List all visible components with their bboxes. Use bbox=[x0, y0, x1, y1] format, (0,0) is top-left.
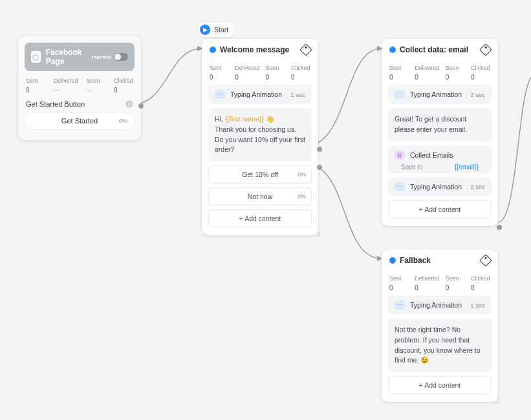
node-icon bbox=[210, 47, 216, 53]
collect-message-block[interactable]: Great! To get a discount please enter yo… bbox=[388, 108, 492, 142]
not-now-button[interactable]: Not now0% bbox=[208, 187, 312, 205]
add-content-button[interactable]: + Add content bbox=[388, 376, 492, 394]
collect-email-card[interactable]: Collect data: email Sent0 Delivered0 See… bbox=[382, 39, 498, 226]
get-started-section-label: Get Started Button i bbox=[26, 100, 133, 108]
connector-dot[interactable] bbox=[317, 147, 322, 152]
welcome-message-block[interactable]: Hi, {{first name}} 👋 Thank you for choos… bbox=[208, 108, 312, 162]
play-icon: ▶ bbox=[200, 25, 210, 35]
connector-dot[interactable] bbox=[317, 165, 322, 170]
welcome-stats: Sent0 Delivered0 Seen0 Clicked0 bbox=[210, 65, 310, 81]
info-icon[interactable]: i bbox=[125, 100, 133, 108]
get-10-off-button[interactable]: Get 10% off0% bbox=[208, 165, 312, 184]
collect-header: Collect data: email bbox=[388, 45, 492, 58]
add-content-button[interactable]: + Add content bbox=[388, 200, 492, 218]
typing-icon: ⋯ bbox=[395, 90, 405, 99]
typing-animation-block[interactable]: ⋯ Typing Animation 2 sec bbox=[388, 85, 492, 104]
tag-icon[interactable] bbox=[479, 254, 492, 267]
collect-emails-block[interactable]: @ Collect Emails Save to {{email}} bbox=[388, 145, 492, 173]
fallback-stats: Sent0 Delivered0 Seen0 Clicked0 bbox=[389, 275, 490, 291]
start-label: Start bbox=[214, 26, 228, 34]
typing-icon: ⋯ bbox=[215, 90, 225, 99]
facebook-header: ▢ Facebook Page Inactive bbox=[25, 43, 135, 71]
add-content-button[interactable]: + Add content bbox=[208, 209, 312, 227]
fallback-header: Fallback bbox=[388, 256, 492, 269]
facebook-title: Facebook Page bbox=[46, 48, 92, 66]
collect-stats: Sent0 Delivered0 Seen0 Clicked0 bbox=[389, 65, 490, 81]
resize-handle[interactable] bbox=[494, 398, 501, 404]
connector-dot[interactable] bbox=[138, 103, 144, 109]
start-pill[interactable]: ▶ Start bbox=[198, 23, 235, 37]
typing-animation-block[interactable]: ⋯ Typing Animation 1 sec bbox=[388, 295, 492, 315]
tag-icon[interactable] bbox=[299, 43, 312, 56]
tag-icon[interactable] bbox=[479, 43, 492, 56]
fb-stats-row: Sent0 Delivered— Seen— Clicked0 bbox=[26, 78, 133, 94]
active-toggle[interactable]: Inactive bbox=[92, 53, 128, 61]
typing-icon: ⋯ bbox=[395, 182, 405, 191]
toggle-track bbox=[114, 53, 128, 61]
facebook-icon: ▢ bbox=[31, 51, 41, 63]
get-started-button[interactable]: Get Started 0% bbox=[25, 112, 135, 130]
node-icon bbox=[389, 47, 396, 53]
welcome-header: Welcome message bbox=[208, 45, 312, 58]
fallback-message-block[interactable]: Not the right time? No problem. If you n… bbox=[388, 319, 492, 372]
welcome-message-card[interactable]: Welcome message Sent0 Delivered0 Seen0 C… bbox=[202, 39, 318, 235]
connector-dot[interactable] bbox=[497, 225, 502, 230]
facebook-page-card[interactable]: ▢ Facebook Page Inactive Sent0 Delivered… bbox=[18, 36, 141, 140]
typing-animation-block[interactable]: ⋯ Typing Animation 1 sec bbox=[208, 85, 312, 104]
node-icon bbox=[389, 257, 396, 264]
fallback-card[interactable]: Fallback Sent0 Delivered0 Seen0 Clicked0… bbox=[382, 249, 498, 402]
typing-icon: ⋯ bbox=[395, 300, 405, 310]
resize-handle[interactable] bbox=[314, 231, 321, 238]
collect-icon: @ bbox=[395, 151, 405, 160]
typing-animation-block-2[interactable]: ⋯ Typing Animation 2 sec bbox=[388, 177, 492, 196]
